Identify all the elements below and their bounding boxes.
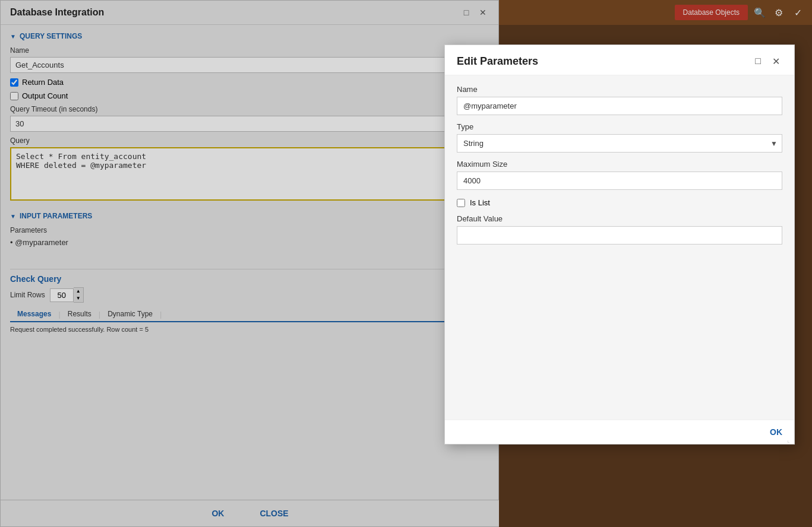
modal-body: Name Type String Integer Boolean DateTim… [445, 75, 794, 420]
modal-title-bar: Edit Parameters □ ✕ [445, 45, 794, 75]
modal-ok-button[interactable]: OK [770, 427, 782, 437]
modal-maximize-button[interactable]: □ [751, 55, 764, 68]
resize-handle[interactable]: ⌞ [787, 437, 794, 444]
modal-name-input[interactable] [457, 97, 782, 115]
modal-default-value-input[interactable] [457, 226, 782, 245]
modal-is-list-row: Is List [457, 198, 782, 207]
modal-name-label: Name [457, 85, 782, 94]
modal-type-select[interactable]: String Integer Boolean DateTime Decimal [457, 134, 782, 153]
modal-close-button[interactable]: ✕ [769, 55, 782, 68]
modal-max-size-label: Maximum Size [457, 160, 782, 169]
modal-type-label: Type [457, 122, 782, 131]
modal-type-select-wrap: String Integer Boolean DateTime Decimal … [457, 134, 782, 153]
modal-controls: □ ✕ [751, 55, 782, 68]
modal-title: Edit Parameters [457, 55, 538, 68]
modal-default-value-label: Default Value [457, 214, 782, 223]
modal-footer: OK [445, 420, 794, 444]
modal-is-list-checkbox[interactable] [457, 199, 465, 207]
modal-max-size-input[interactable] [457, 172, 782, 190]
modal-is-list-label: Is List [470, 198, 490, 207]
edit-parameters-modal: Edit Parameters □ ✕ Name Type String Int… [444, 45, 795, 445]
